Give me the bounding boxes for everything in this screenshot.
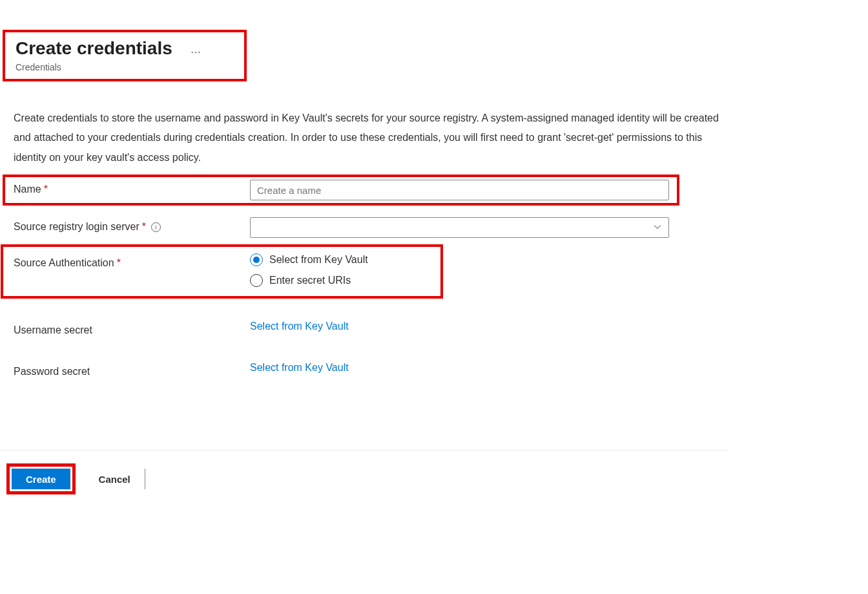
source-registry-input[interactable]: [250, 217, 669, 238]
info-icon[interactable]: i: [151, 222, 161, 232]
create-button[interactable]: Create: [12, 469, 70, 489]
name-label: Name *: [5, 177, 250, 202]
radio-label: Select from Key Vault: [269, 254, 368, 266]
required-indicator: *: [117, 257, 121, 269]
password-secret-label: Password secret: [0, 359, 250, 384]
credentials-form: Name * Source registry login server * i …: [0, 175, 685, 384]
username-secret-row: Username secret Select from Key Vault: [0, 318, 685, 343]
radio-select-keyvault[interactable]: Select from Key Vault: [250, 253, 440, 266]
password-secret-row: Password secret Select from Key Vault: [0, 359, 685, 384]
page-header: Create credentials ⋯ Credentials: [3, 30, 247, 81]
source-auth-radio-group: Select from Key Vault Enter secret URIs: [250, 253, 440, 287]
source-auth-row: Source Authentication * Select from Key …: [1, 244, 443, 299]
source-registry-label: Source registry login server * i: [0, 215, 250, 239]
name-row: Name *: [3, 175, 679, 206]
cancel-button[interactable]: Cancel: [90, 469, 145, 489]
username-secret-label: Username secret: [0, 318, 250, 343]
source-registry-select[interactable]: [250, 217, 669, 238]
more-options-icon[interactable]: ⋯: [191, 46, 202, 58]
page-subtitle: Credentials: [16, 62, 235, 72]
footer-actions: Create Cancel: [0, 450, 728, 494]
radio-icon-unselected: [250, 274, 263, 287]
page-description: Create credentials to store the username…: [14, 109, 724, 167]
required-indicator: *: [44, 184, 48, 195]
password-secret-select-link[interactable]: Select from Key Vault: [250, 362, 349, 373]
create-button-highlight: Create: [6, 463, 76, 494]
name-input[interactable]: [250, 180, 669, 200]
radio-enter-uris[interactable]: Enter secret URIs: [250, 274, 440, 287]
radio-icon-selected: [250, 253, 263, 266]
username-secret-select-link[interactable]: Select from Key Vault: [250, 321, 349, 332]
source-auth-label: Source Authentication *: [3, 247, 250, 275]
page-title: Create credentials: [16, 37, 172, 59]
source-registry-row: Source registry login server * i: [0, 215, 685, 240]
radio-label: Enter secret URIs: [269, 275, 351, 286]
required-indicator: *: [142, 221, 146, 233]
